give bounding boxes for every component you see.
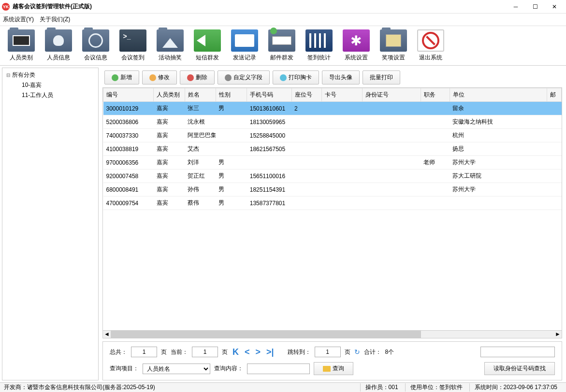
person-folder-icon bbox=[45, 29, 72, 52]
stats-icon bbox=[305, 29, 333, 52]
col-id[interactable]: 编号 bbox=[103, 88, 154, 102]
print-icon bbox=[280, 74, 287, 81]
monitor-icon bbox=[231, 29, 258, 52]
go-icon[interactable]: ↻ bbox=[354, 348, 360, 356]
quick-search-input[interactable] bbox=[480, 347, 555, 357]
add-button[interactable]: 新增 bbox=[104, 70, 139, 84]
tool-exit[interactable]: 退出系统 bbox=[412, 28, 449, 64]
tool-person-info[interactable]: 人员信息 bbox=[40, 28, 76, 64]
jump-page-input[interactable] bbox=[315, 347, 341, 357]
table-row[interactable]: 3000010129嘉宾张三男150136106012留余 bbox=[103, 102, 562, 115]
tool-signin[interactable]: 会议签到 bbox=[115, 28, 151, 64]
developer-info: 诸暨市金客信息科技有限公司(服务器:2025-05-19) bbox=[27, 384, 155, 391]
menu-settings[interactable]: 系统设置(Y) bbox=[3, 15, 34, 24]
col-mail[interactable]: 邮 bbox=[547, 88, 561, 102]
tree-child-guest[interactable]: 10-嘉宾 bbox=[4, 80, 96, 90]
tool-sms[interactable]: 短信群发 bbox=[189, 28, 225, 64]
sms-icon bbox=[194, 29, 221, 52]
read-id-button[interactable]: 读取身份证号码查找 bbox=[484, 362, 555, 375]
col-sex[interactable]: 性别 bbox=[216, 88, 247, 102]
exit-icon bbox=[417, 29, 444, 52]
search-button[interactable]: 查询 bbox=[314, 362, 353, 375]
first-page-icon[interactable]: K bbox=[232, 347, 240, 357]
sum-label: 合计： bbox=[364, 348, 381, 356]
clock-folder-icon bbox=[82, 29, 109, 52]
close-button[interactable]: ✕ bbox=[545, 0, 564, 13]
custom-field-button[interactable]: 自定义字段 bbox=[218, 70, 270, 84]
menubar: 系统设置(Y) 关于我们(Z) bbox=[0, 14, 566, 26]
terminal-icon bbox=[119, 29, 146, 52]
tool-meeting-info[interactable]: 会议信息 bbox=[77, 28, 114, 64]
query-content-label: 查询内容： bbox=[214, 364, 243, 373]
app-logo-icon: YK bbox=[2, 3, 10, 11]
table-row[interactable]: 7400037330嘉宾阿里巴巴集15258845000杭州 bbox=[103, 129, 562, 142]
table-row[interactable]: 9700006356嘉宾刘洋男老师苏州大学 bbox=[103, 156, 562, 169]
statusbar: 开发商：诸暨市金客信息科技有限公司(服务器:2025-05-19) 操作员：00… bbox=[0, 382, 566, 392]
unit-info: 签到软件 bbox=[439, 384, 463, 391]
tool-award[interactable]: 奖项设置 bbox=[375, 28, 411, 64]
category-tree: 所有分类 10-嘉宾 11-工作人员 bbox=[2, 68, 99, 380]
tool-mail[interactable]: 邮件群发 bbox=[263, 28, 300, 64]
col-job[interactable]: 职务 bbox=[421, 88, 450, 102]
custom-icon bbox=[225, 74, 232, 81]
table-row[interactable]: 6800008491嘉宾孙伟男18251154391苏州大学 bbox=[103, 183, 562, 196]
next-page-icon[interactable]: > bbox=[255, 347, 262, 357]
query-field-select[interactable]: 人员姓名 bbox=[143, 364, 210, 374]
edit-button[interactable]: 修改 bbox=[142, 70, 177, 84]
delete-icon bbox=[187, 74, 194, 81]
data-table[interactable]: 编号 人员类别 姓名 性别 手机号码 座位号 卡号 身份证号 职务 单位 邮 3… bbox=[102, 87, 562, 331]
award-folder-icon bbox=[380, 29, 407, 52]
tool-stats[interactable]: 签到统计 bbox=[301, 28, 337, 64]
system-time: 2023-09-06 17:37:05 bbox=[504, 384, 557, 391]
query-field-label: 查询项目： bbox=[110, 364, 139, 373]
col-seat[interactable]: 座位号 bbox=[291, 88, 321, 102]
total-pages-input[interactable] bbox=[131, 347, 157, 357]
add-icon bbox=[112, 74, 118, 81]
current-page-input[interactable] bbox=[192, 347, 218, 357]
table-row[interactable]: 4100038819嘉宾艾杰18621567505扬思 bbox=[103, 142, 562, 156]
table-row[interactable]: 5200036806嘉宾沈永根18130059965安徽海之纳科技 bbox=[103, 115, 562, 129]
col-phone[interactable]: 手机号码 bbox=[247, 88, 291, 102]
col-name[interactable]: 姓名 bbox=[185, 88, 216, 102]
prev-page-icon[interactable]: < bbox=[244, 347, 251, 357]
table-row[interactable]: 9200007458嘉宾贺正红男15651100016苏大工研院 bbox=[103, 169, 562, 183]
gear-icon bbox=[343, 29, 370, 52]
query-content-input[interactable] bbox=[247, 364, 310, 374]
home-folder-icon bbox=[157, 29, 184, 52]
export-avatar-button[interactable]: 导出头像 bbox=[322, 70, 360, 84]
operator-info: 001 bbox=[389, 384, 398, 391]
col-idno[interactable]: 身份证号 bbox=[363, 88, 421, 102]
tool-send-log[interactable]: 发送记录 bbox=[226, 28, 262, 64]
tool-settings[interactable]: 系统设置 bbox=[338, 28, 374, 64]
folder-icon bbox=[323, 366, 331, 372]
col-unit[interactable]: 单位 bbox=[450, 88, 547, 102]
table-header: 编号 人员类别 姓名 性别 手机号码 座位号 卡号 身份证号 职务 单位 邮 bbox=[103, 88, 562, 102]
maximize-button[interactable]: ☐ bbox=[525, 0, 545, 13]
horizontal-scrollbar[interactable]: ◄► bbox=[102, 331, 562, 338]
menu-about[interactable]: 关于我们(Z) bbox=[40, 15, 70, 24]
col-card[interactable]: 卡号 bbox=[321, 88, 362, 102]
tree-child-staff[interactable]: 11-工作人员 bbox=[4, 90, 96, 100]
delete-button[interactable]: 删除 bbox=[180, 70, 215, 84]
last-page-icon[interactable]: >| bbox=[265, 347, 275, 357]
jump-label: 跳转到： bbox=[288, 348, 311, 356]
minimize-button[interactable]: ─ bbox=[506, 0, 525, 13]
batch-print-button[interactable]: 批量打印 bbox=[363, 70, 400, 84]
action-bar: 新增 修改 删除 自定义字段 打印胸卡 导出头像 批量打印 bbox=[101, 68, 564, 87]
titlebar: YK 越客会议签到管理软件(正式版) ─ ☐ ✕ bbox=[0, 0, 566, 14]
toolbar: 人员类别 人员信息 会议信息 会议签到 活动抽奖 短信群发 发送记录 邮件群发 … bbox=[0, 26, 566, 66]
edit-icon bbox=[149, 74, 156, 81]
tool-person-category[interactable]: 人员类别 bbox=[3, 28, 39, 64]
window-title: 越客会议签到管理软件(正式版) bbox=[13, 2, 506, 11]
current-label: 当前： bbox=[171, 348, 188, 356]
tool-lottery[interactable]: 活动抽奖 bbox=[152, 28, 188, 64]
pager-panel: 总共： 页 当前： 页 K < > >| 跳转到： 页 ↻ 合计： 8个 bbox=[102, 341, 562, 380]
mail-folder-icon bbox=[268, 29, 295, 52]
print-badge-button[interactable]: 打印胸卡 bbox=[273, 70, 319, 84]
col-cat[interactable]: 人员类别 bbox=[154, 88, 185, 102]
tree-root[interactable]: 所有分类 bbox=[4, 70, 96, 80]
photo-folder-icon bbox=[8, 29, 35, 52]
total-label: 总共： bbox=[110, 348, 127, 356]
table-row[interactable]: 4700009754嘉宾蔡伟男13587377801 bbox=[103, 196, 562, 210]
sum-value: 8个 bbox=[385, 348, 394, 356]
